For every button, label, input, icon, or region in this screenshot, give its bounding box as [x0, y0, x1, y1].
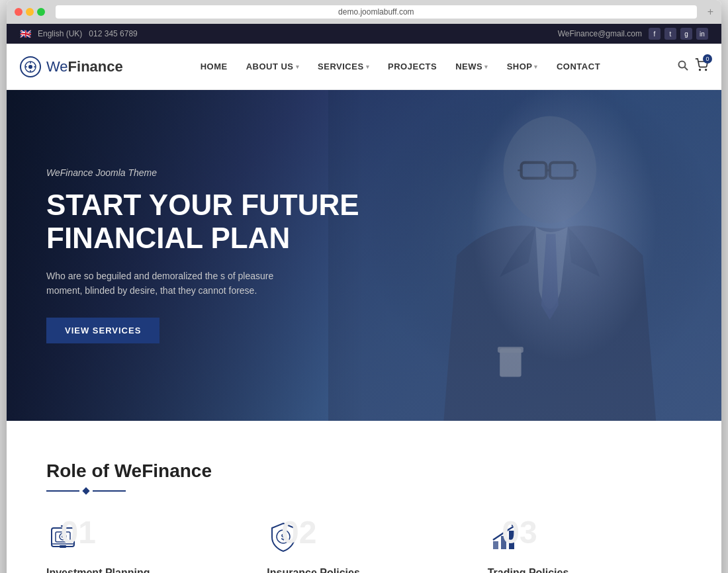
feature-number-3: 03	[502, 517, 537, 549]
svg-point-1	[28, 65, 32, 69]
hero-subtitle: WeFinance Joomla Theme	[46, 167, 359, 178]
investment-icon-container: 01	[46, 520, 83, 556]
cart-icon[interactable]: 0	[695, 58, 708, 75]
svg-point-6	[678, 61, 685, 67]
search-icon[interactable]	[678, 60, 688, 73]
divider-line-left	[46, 490, 79, 492]
new-tab-button[interactable]: +	[707, 6, 713, 18]
services-chevron-icon: ▾	[366, 64, 370, 70]
feature-name-3: Trading Policies	[488, 567, 682, 573]
svg-point-9	[705, 69, 707, 71]
cart-badge: 0	[703, 54, 712, 64]
browser-dots	[15, 8, 45, 16]
top-bar-right: WeFinance@gmail.com f t g in	[558, 28, 708, 40]
address-bar[interactable]: demo.joomlabuff.com	[56, 5, 697, 19]
hero-description: Who are so beguiled and demoralized the …	[46, 269, 298, 298]
top-bar-left: 🇬🇧 English (UK) 012 345 6789	[20, 28, 138, 39]
nav-news[interactable]: NEWS ▾	[447, 56, 496, 77]
logo[interactable]: WeFinance	[20, 56, 123, 77]
nav-actions: 0	[678, 58, 708, 75]
google-plus-icon[interactable]: g	[680, 28, 692, 40]
insurance-icon-container: $ 02	[267, 520, 303, 556]
flag-icon: 🇬🇧	[20, 28, 31, 39]
facebook-icon[interactable]: f	[649, 28, 660, 40]
logo-finance: Finance	[68, 58, 123, 75]
svg-point-8	[700, 69, 701, 71]
trading-icon-container: 03	[488, 520, 524, 556]
nav-shop[interactable]: SHOP ▾	[499, 56, 546, 77]
feature-insurance: $ 02 Insurance Policies WeFinance Insura…	[267, 520, 461, 573]
features-divider	[46, 488, 682, 494]
feature-number-2: 02	[281, 517, 316, 549]
social-icons: f t g in	[649, 28, 708, 40]
nav-links: HOME ABOUT US ▾ SERVICES ▾ PROJECTS NEWS…	[193, 56, 608, 77]
feature-name-2: Insurance Policies	[267, 567, 461, 573]
hero-title: START YOUR FUTURE FINANCIAL PLAN	[46, 189, 359, 255]
nav-contact[interactable]: CONTACT	[549, 56, 608, 77]
features-grid: 01 Investment Planning To invest is to a…	[46, 520, 682, 573]
hero-content: WeFinance Joomla Theme START YOUR FUTURE…	[7, 167, 399, 344]
nav-about[interactable]: ABOUT US ▾	[238, 56, 307, 77]
twitter-icon[interactable]: t	[664, 28, 676, 40]
email-address: WeFinance@gmail.com	[558, 29, 642, 38]
minimize-dot[interactable]	[26, 8, 34, 16]
about-chevron-icon: ▾	[296, 64, 300, 70]
divider-diamond	[82, 487, 89, 494]
features-title: Role of WeFinance	[46, 461, 682, 482]
maximize-dot[interactable]	[37, 8, 45, 16]
feature-trading: 03 Trading Policies The Trading Policies…	[488, 520, 682, 573]
close-dot[interactable]	[15, 8, 23, 16]
svg-line-7	[684, 67, 688, 70]
feature-name-1: Investment Planning	[46, 567, 240, 573]
language-selector[interactable]: English (UK)	[38, 29, 82, 38]
feature-number-1: 01	[61, 517, 96, 549]
top-bar: 🇬🇧 English (UK) 012 345 6789 WeFinance@g…	[7, 24, 721, 44]
browser-chrome: demo.joomlabuff.com +	[7, 0, 721, 24]
navbar: WeFinance HOME ABOUT US ▾ SERVICES ▾ PRO…	[7, 44, 721, 90]
svg-rect-29	[493, 541, 498, 549]
linkedin-icon[interactable]: in	[696, 28, 708, 40]
logo-icon	[20, 56, 41, 77]
logo-we: We	[46, 58, 68, 75]
view-services-button[interactable]: VIEW SERVICES	[46, 318, 159, 343]
divider-line-right	[93, 490, 126, 492]
browser-window: demo.joomlabuff.com + 🇬🇧 English (UK) 01…	[7, 0, 721, 573]
news-chevron-icon: ▾	[484, 64, 488, 70]
nav-projects[interactable]: PROJECTS	[380, 56, 445, 77]
feature-investment: 01 Investment Planning To invest is to a…	[46, 520, 240, 573]
hero-section: WeFinance Joomla Theme START YOUR FUTURE…	[7, 90, 721, 421]
phone-number: 012 345 6789	[89, 29, 137, 38]
nav-home[interactable]: HOME	[193, 56, 236, 77]
nav-services[interactable]: SERVICES ▾	[310, 56, 377, 77]
features-section: Role of WeFinance	[7, 421, 721, 573]
shop-chevron-icon: ▾	[534, 64, 538, 70]
